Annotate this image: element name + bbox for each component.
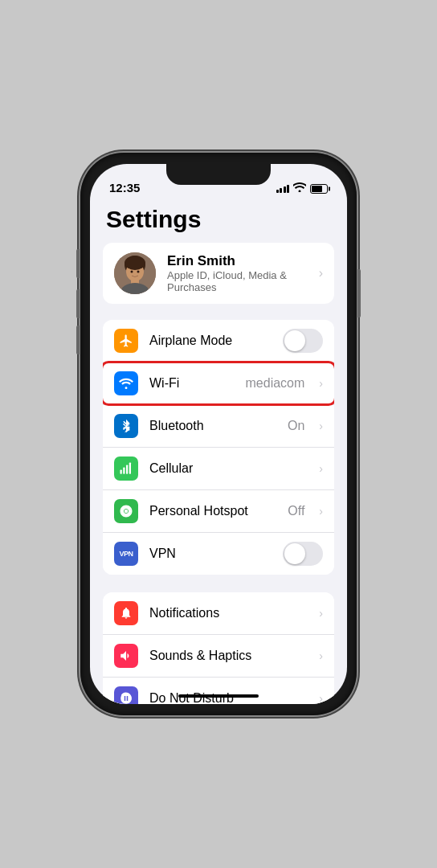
phone-device: 12:35 xyxy=(80,153,357,715)
notifications-chevron-icon: › xyxy=(319,607,323,620)
bluetooth-icon xyxy=(114,414,138,438)
svg-rect-8 xyxy=(120,470,122,474)
sounds-icon xyxy=(114,644,138,668)
notch xyxy=(166,164,271,185)
wifi-value: mediacom xyxy=(246,376,305,391)
svg-point-12 xyxy=(125,510,129,514)
profile-section[interactable]: Erin Smith Apple ID, iCloud, Media & Pur… xyxy=(103,243,334,304)
bluetooth-label: Bluetooth xyxy=(149,419,276,433)
wifi-row[interactable]: Wi-Fi mediacom › xyxy=(103,362,334,405)
svg-rect-10 xyxy=(126,465,128,474)
cellular-chevron-icon: › xyxy=(319,462,323,475)
do-not-disturb-chevron-icon: › xyxy=(319,692,323,704)
battery-icon xyxy=(310,184,328,194)
airplane-mode-row[interactable]: Airplane Mode xyxy=(103,320,334,362)
wifi-icon xyxy=(114,371,138,395)
wifi-label: Wi-Fi xyxy=(149,376,235,391)
svg-point-7 xyxy=(137,271,140,273)
status-time: 12:35 xyxy=(109,181,140,194)
vpn-row[interactable]: VPN VPN xyxy=(103,533,334,575)
bluetooth-value: On xyxy=(288,419,304,433)
scroll-area: Erin Smith Apple ID, iCloud, Media & Pur… xyxy=(90,243,347,704)
connectivity-section: Airplane Mode Wi-Fi xyxy=(103,320,334,575)
vpn-icon: VPN xyxy=(114,542,138,566)
sounds-chevron-icon: › xyxy=(319,649,323,662)
do-not-disturb-label: Do Not Disturb xyxy=(149,691,308,704)
page-title: Settings xyxy=(90,199,347,243)
do-not-disturb-row[interactable]: Do Not Disturb › xyxy=(103,678,334,704)
airplane-mode-label: Airplane Mode xyxy=(149,334,272,348)
notifications-label: Notifications xyxy=(149,606,308,620)
svg-point-6 xyxy=(131,271,133,273)
phone-screen: 12:35 xyxy=(90,164,347,704)
vpn-label: VPN xyxy=(149,547,272,561)
notifications-icon xyxy=(114,601,138,625)
profile-chevron-icon: › xyxy=(319,266,323,280)
avatar xyxy=(114,252,156,294)
profile-name: Erin Smith xyxy=(167,253,308,269)
status-icons xyxy=(276,182,329,194)
cellular-icon xyxy=(114,457,138,481)
profile-subtitle: Apple ID, iCloud, Media & Purchases xyxy=(167,269,308,293)
svg-rect-9 xyxy=(123,468,125,474)
sounds-row[interactable]: Sounds & Haptics › xyxy=(103,635,334,678)
personal-hotspot-label: Personal Hotspot xyxy=(149,504,276,518)
profile-info: Erin Smith Apple ID, iCloud, Media & Pur… xyxy=(167,253,308,293)
notifications-row[interactable]: Notifications › xyxy=(103,592,334,635)
do-not-disturb-icon xyxy=(114,686,138,704)
bluetooth-row[interactable]: Bluetooth On › xyxy=(103,405,334,448)
signal-bars-icon xyxy=(276,185,290,193)
cellular-row[interactable]: Cellular › xyxy=(103,448,334,490)
wifi-status-icon xyxy=(293,182,306,194)
svg-rect-11 xyxy=(129,463,131,474)
profile-row[interactable]: Erin Smith Apple ID, iCloud, Media & Pur… xyxy=(103,243,334,304)
cellular-label: Cellular xyxy=(149,461,308,476)
bluetooth-chevron-icon: › xyxy=(319,420,323,432)
notifications-section: Notifications › Sounds & Haptics › xyxy=(103,592,334,704)
sounds-label: Sounds & Haptics xyxy=(149,649,308,663)
personal-hotspot-icon xyxy=(114,499,138,523)
airplane-mode-toggle[interactable] xyxy=(283,329,323,353)
airplane-mode-icon xyxy=(114,329,138,353)
vpn-toggle[interactable] xyxy=(283,542,323,566)
personal-hotspot-value: Off xyxy=(288,504,304,518)
svg-point-3 xyxy=(125,256,145,270)
personal-hotspot-chevron-icon: › xyxy=(319,505,323,518)
home-indicator xyxy=(178,694,259,698)
wifi-chevron-icon: › xyxy=(319,377,323,390)
personal-hotspot-row[interactable]: Personal Hotspot Off › xyxy=(103,490,334,533)
